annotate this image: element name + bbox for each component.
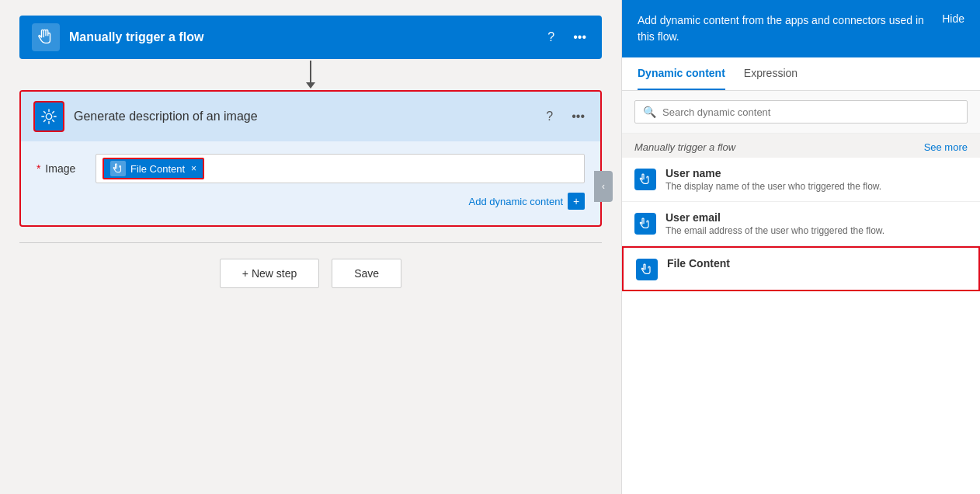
ai-step-header-right: ? ••• (543, 106, 588, 127)
file-content-tag: File Content × (103, 158, 204, 179)
panel-item-username-icon (634, 169, 656, 190)
ai-step-header-left: Generate description of an image (33, 101, 258, 132)
ai-step-body: * Image File Content × (21, 141, 600, 225)
action-buttons: + New step Save (220, 259, 401, 288)
panel-search-area: 🔍 (622, 91, 980, 134)
image-field-label: * Image (36, 162, 83, 175)
panel-item-useremail-title: User email (665, 211, 968, 224)
tab-expression[interactable]: Expression (744, 57, 798, 90)
add-dynamic-link[interactable]: Add dynamic content (469, 196, 563, 207)
trigger-icon (32, 23, 60, 51)
panel-item-useremail-text: User email The email address of the user… (665, 211, 968, 236)
required-asterisk: * (36, 162, 40, 175)
dynamic-panel: Add dynamic content from the apps and co… (621, 0, 980, 494)
panel-item-useremail[interactable]: User email The email address of the user… (622, 202, 980, 246)
panel-item-username-desc: The display name of the user who trigger… (665, 181, 968, 192)
trigger-help-button[interactable]: ? (544, 27, 558, 47)
panel-item-filecontent-title: File Content (667, 257, 966, 270)
add-dynamic-row: Add dynamic content + (36, 193, 585, 210)
tab-dynamic-content[interactable]: Dynamic content (638, 57, 725, 90)
save-button[interactable]: Save (332, 259, 401, 288)
panel-item-username[interactable]: User name The display name of the user w… (622, 158, 980, 202)
panel-item-filecontent[interactable]: File Content (622, 246, 980, 291)
canvas-area: Manually trigger a flow ? ••• Generate d… (0, 0, 621, 494)
panel-header: Add dynamic content from the apps and co… (622, 0, 980, 57)
step-divider (19, 242, 602, 243)
image-field-row: * Image File Content × (36, 154, 585, 183)
ai-step-block: Generate description of an image ? ••• *… (19, 90, 602, 227)
panel-item-filecontent-text: File Content (667, 257, 966, 271)
section-title: Manually trigger a flow (634, 141, 735, 153)
panel-item-useremail-desc: The email address of the user who trigge… (665, 225, 968, 236)
image-label-text: Image (45, 162, 75, 175)
add-dynamic-plus-button[interactable]: + (568, 193, 585, 210)
panel-hide-button[interactable]: Hide (942, 12, 964, 25)
search-input[interactable] (662, 106, 959, 118)
arrow-head (306, 82, 315, 89)
ai-step-title: Generate description of an image (74, 110, 258, 124)
tag-close-button[interactable]: × (191, 163, 196, 174)
arrow-connector (306, 61, 315, 89)
panel-item-useremail-icon (634, 213, 656, 235)
image-input-area[interactable]: File Content × (96, 154, 585, 183)
trigger-title: Manually trigger a flow (69, 30, 203, 44)
panel-collapse-button[interactable]: ‹ (594, 171, 613, 202)
arrow-line (310, 61, 311, 82)
panel-tabs: Dynamic content Expression (622, 57, 980, 91)
panel-item-username-text: User name The display name of the user w… (665, 167, 968, 192)
file-content-tag-icon (110, 161, 126, 176)
svg-point-0 (46, 113, 51, 119)
ai-step-header: Generate description of an image ? ••• (21, 92, 600, 141)
panel-section-label: Manually trigger a flow See more (622, 134, 980, 158)
new-step-button[interactable]: + New step (220, 259, 319, 288)
ai-step-menu-button[interactable]: ••• (568, 106, 588, 127)
trigger-menu-button[interactable]: ••• (570, 27, 589, 47)
ai-step-help-button[interactable]: ? (543, 106, 556, 127)
see-more-button[interactable]: See more (924, 141, 968, 153)
search-box: 🔍 (634, 100, 968, 124)
panel-item-username-title: User name (665, 167, 968, 179)
tag-label: File Content (130, 163, 185, 175)
trigger-block-left: Manually trigger a flow (32, 23, 203, 51)
trigger-block: Manually trigger a flow ? ••• (19, 16, 602, 59)
panel-item-filecontent-icon (636, 259, 658, 280)
search-icon: 🔍 (643, 106, 656, 118)
ai-step-icon (33, 101, 64, 132)
panel-header-text: Add dynamic content from the apps and co… (638, 12, 933, 45)
trigger-block-right: ? ••• (544, 27, 589, 47)
